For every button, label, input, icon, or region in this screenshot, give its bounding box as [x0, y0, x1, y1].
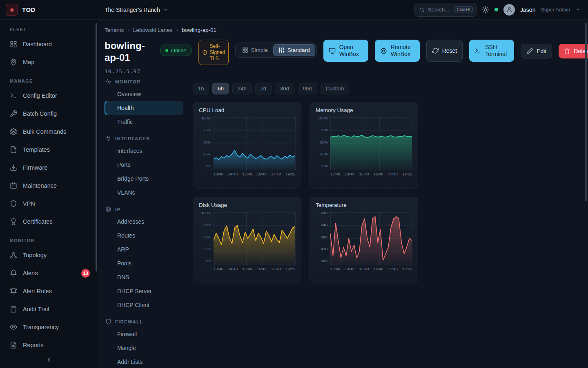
subnav-item-pools[interactable]: Pools [105, 256, 183, 270]
sidebar-section-monitor: MONITOR Topology Alerts 13 Alert Rules A… [0, 238, 98, 354]
sidebar-item-label: Config Editor [23, 92, 57, 99]
subnav-item-bridge-ports[interactable]: Bridge Ports [105, 172, 183, 186]
sidebar-item-alerts[interactable]: Alerts 13 [0, 264, 98, 282]
sidebar-scrollbar[interactable] [96, 23, 97, 272]
avatar[interactable] [503, 4, 515, 16]
charts-column: 1h6h24h7d30d90dCustom CPU Load 100%75%50… [193, 78, 418, 368]
sidebar-item-templates[interactable]: Templates [0, 141, 98, 159]
remote-winbox-button[interactable]: Remote WinBox [375, 40, 420, 62]
sidebar-item-label: Templates [23, 146, 50, 153]
tenant-selector[interactable]: The Stranger's Ranch [105, 7, 168, 13]
subnav-item-routes[interactable]: Routes [105, 229, 183, 242]
grid-icon [242, 47, 248, 53]
subnav-item-ports[interactable]: Ports [105, 158, 183, 172]
sidebar-item-map[interactable]: Map [0, 53, 98, 71]
sidebar-item-topology[interactable]: Topology [0, 246, 98, 264]
subnav-section-interfaces: INTERFACES InterfacesPortsBridge PortsVL… [105, 135, 183, 200]
mode-standard-button[interactable]: Standard [273, 44, 315, 56]
sidebar-item-audit-trail[interactable]: Audit Trail [0, 300, 98, 318]
sidebar-item-bulk-commands[interactable]: Bulk Commands [0, 123, 98, 141]
chart-title: Disk Usage [199, 202, 295, 208]
x-axis-labels: 13:4014:4015:4016:4017:4019:25 [330, 170, 412, 176]
breadcrumb-item-tenants[interactable]: Tenants [105, 27, 124, 33]
subnav-item-dhcp-client[interactable]: DHCP Client [105, 298, 183, 312]
sidebar-item-label: Maintenance [23, 182, 57, 189]
bell-ring-icon [10, 287, 17, 295]
page-scrollbar[interactable] [585, 23, 587, 201]
chart-card-memory-usage: Memory Usage 100%75%50%25%0% 13:4014:401… [310, 102, 418, 188]
globe-icon [105, 206, 111, 212]
download-icon [10, 164, 17, 171]
tls-warning-badge: Self-Signed TLS [198, 40, 229, 65]
sidebar-item-vpn[interactable]: VPN [0, 195, 98, 213]
eye-icon [10, 323, 17, 331]
time-range-6h-button[interactable]: 6h [212, 83, 229, 94]
reset-button[interactable]: Reset [426, 40, 463, 62]
sidebar-section-manage: MANAGE Config Editor Batch Config Bulk C… [0, 79, 98, 231]
subnav-item-traffic[interactable]: Traffic [105, 115, 183, 129]
sidebar-item-certificates[interactable]: Certificates [0, 213, 98, 231]
sidebar-section-label: MANAGE [10, 79, 98, 83]
sidebar-item-label: Batch Config [23, 110, 57, 117]
time-range-24h-button[interactable]: 24h [232, 83, 252, 94]
y-axis-labels: 100%75%50%25%0% [199, 211, 211, 263]
theme-toggle-sun-icon[interactable] [482, 6, 489, 13]
connection-status-dot [494, 8, 498, 11]
delete-button[interactable]: Delete [559, 44, 588, 58]
subnav-item-firewall[interactable]: Firewall [105, 327, 183, 341]
subnav-section-label: MONITOR [115, 79, 141, 84]
sidebar-item-label: Alert Rules [23, 288, 52, 294]
ssh-terminal-button[interactable]: SSH Terminal [469, 40, 514, 62]
mode-simple-button[interactable]: Simple [237, 44, 273, 56]
time-range-selector: 1h6h24h7d30d90dCustom [193, 83, 418, 94]
sidebar-item-maintenance[interactable]: Maintenance [0, 177, 98, 195]
sidebar-item-label: Firmware [23, 164, 47, 171]
time-range-30d-button[interactable]: 30d [275, 83, 294, 94]
sidebar-item-firmware[interactable]: Firmware [0, 159, 98, 177]
chart-svg [214, 212, 295, 265]
target-icon [380, 47, 387, 54]
subnav-item-arp[interactable]: ARP [105, 242, 183, 256]
subnav-section-ip: IP AddressesRoutesARPPoolsDNSDHCP Server… [105, 206, 183, 312]
search-input[interactable]: Search... Cmd+K [414, 3, 477, 17]
report-icon [10, 341, 17, 349]
time-range-90d-button[interactable]: 90d [298, 83, 317, 94]
subnav-item-interfaces[interactable]: Interfaces [105, 144, 183, 158]
search-placeholder: Search... [428, 7, 451, 13]
subnav-item-dhcp-server[interactable]: DHCP Server [105, 284, 183, 298]
sidebar-item-alert-rules[interactable]: Alert Rules [0, 282, 98, 300]
user-menu-chevron-down-icon[interactable] [575, 7, 581, 12]
time-range-1h-button[interactable]: 1h [193, 83, 209, 94]
sidebar-item-config-editor[interactable]: Config Editor [0, 87, 98, 105]
layers-icon [10, 128, 17, 135]
sidebar-collapse-button[interactable] [0, 351, 98, 368]
plug-icon [105, 135, 111, 141]
time-range-7d-button[interactable]: 7d [255, 83, 272, 94]
subnav-item-overview[interactable]: Overview [105, 87, 183, 101]
mode-label: Simple [251, 47, 268, 53]
subnav-item-dns[interactable]: DNS [105, 270, 183, 284]
breadcrumb-item-bowling-ap-01: bowling-ap-01 [182, 27, 216, 33]
breadcrumb-item-lebowski-lanes[interactable]: Lebowski Lanes [133, 27, 173, 33]
open-winbox-label: Open WinBox [339, 44, 363, 58]
chevron-left-icon [46, 357, 52, 363]
edit-button[interactable]: Edit [521, 44, 552, 58]
device-subnav: MONITOR OverviewHealthTraffic INTERFACES… [105, 78, 183, 368]
sidebar-item-label: Map [23, 59, 34, 65]
subnav-item-vlans[interactable]: VLANs [105, 186, 183, 200]
sidebar-item-batch-config[interactable]: Batch Config [0, 105, 98, 123]
reset-label: Reset [442, 47, 457, 54]
y-axis-labels: 60C54C48C42C36C [316, 211, 328, 263]
chart-svg [330, 117, 412, 170]
subnav-section-firewall: FIREWALL FirewallMangleAddr ListsConnTra… [105, 319, 183, 368]
map-pin-icon [10, 58, 17, 66]
subnav-item-health[interactable]: Health [105, 101, 183, 115]
subnav-item-addr-lists[interactable]: Addr Lists [105, 355, 183, 368]
subnav-item-mangle[interactable]: Mangle [105, 341, 183, 355]
sidebar-item-transparency[interactable]: Transparency [0, 318, 98, 336]
sidebar-item-dashboard[interactable]: Dashboard [0, 35, 98, 53]
device-title-block: bowling-ap-01 10.25.5.97 [105, 40, 154, 74]
subnav-item-addresses[interactable]: Addresses [105, 215, 183, 229]
open-winbox-button[interactable]: Open WinBox [323, 40, 368, 62]
time-range-custom-button[interactable]: Custom [321, 83, 350, 94]
